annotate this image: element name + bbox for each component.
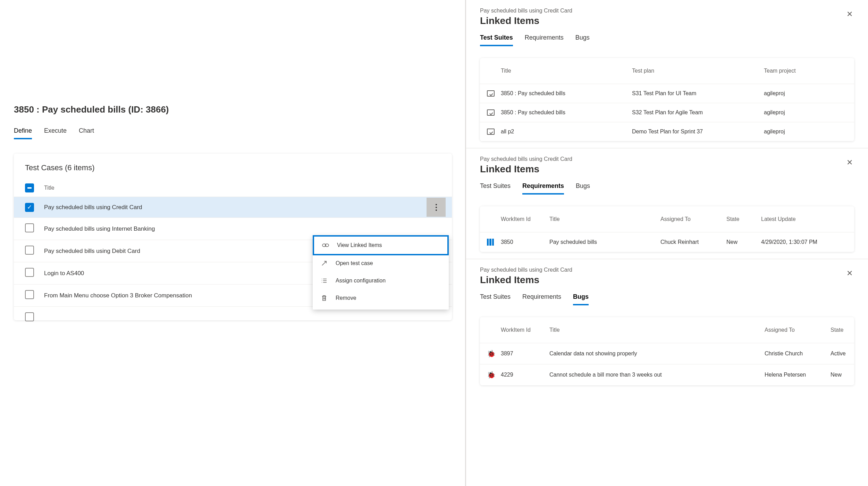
cell-project: agileproj xyxy=(764,90,847,97)
linked-items-panel-requirements: ✕ Pay scheduled bills using Credit Card … xyxy=(466,148,868,259)
row-title: Pay scheduled bills using Credit Card xyxy=(44,204,427,211)
close-icon[interactable]: ✕ xyxy=(846,269,853,278)
table-row[interactable]: ✓ Pay scheduled bills using Credit Card xyxy=(14,197,452,217)
panel-subtitle: Pay scheduled bills using Credit Card xyxy=(480,156,854,162)
panel-tab-test-suites[interactable]: Test Suites xyxy=(480,182,511,195)
close-icon[interactable]: ✕ xyxy=(846,158,853,167)
panel-title: Linked Items xyxy=(480,164,854,175)
cell-assigned: Helena Petersen xyxy=(765,372,831,378)
link-icon xyxy=(322,243,329,248)
menu-open-test-case[interactable]: Open test case xyxy=(313,255,449,272)
linked-items-panel-bugs: ✕ Pay scheduled bills using Credit Card … xyxy=(466,259,868,392)
cell-title: Pay scheduled bills xyxy=(549,239,660,245)
menu-label: Assign configuration xyxy=(336,278,386,284)
panel-title: Linked Items xyxy=(480,274,854,286)
cell-state: New xyxy=(831,372,854,378)
requirement-icon xyxy=(487,239,501,246)
page-title: 3850 : Pay scheduled bills (ID: 3866) xyxy=(14,104,451,115)
cell-id: 3850 xyxy=(501,239,549,245)
row-more-button[interactable] xyxy=(427,198,446,217)
test-cases-title: Test Cases (6 items) xyxy=(14,163,452,179)
panel-tab-test-suites[interactable]: Test Suites xyxy=(480,293,511,305)
list-icon xyxy=(320,278,328,283)
bug-icon: 🐞 xyxy=(487,349,501,358)
row-checkbox[interactable] xyxy=(25,268,34,277)
row-checkbox[interactable] xyxy=(25,246,34,255)
panel-tab-test-suites[interactable]: Test Suites xyxy=(480,34,513,46)
menu-label: Open test case xyxy=(336,260,373,266)
cell-updated: 4/29/2020, 1:30:07 PM xyxy=(761,239,848,245)
cell-id: 4229 xyxy=(501,372,549,378)
cell-title: Calendar data not showing properly xyxy=(549,351,765,357)
panel-tab-bugs[interactable]: Bugs xyxy=(573,293,589,305)
list-header: Title xyxy=(14,179,452,197)
open-icon xyxy=(320,260,328,266)
suite-icon xyxy=(487,109,501,116)
bug-icon: 🐞 xyxy=(487,371,501,379)
col-workitem-id[interactable]: WorkItem Id xyxy=(501,327,549,333)
menu-label: Remove xyxy=(336,295,356,301)
col-assigned-to[interactable]: Assigned To xyxy=(765,327,831,333)
table-row[interactable]: 3850 Pay scheduled bills Chuck Reinhart … xyxy=(480,232,854,252)
col-state[interactable]: State xyxy=(726,216,761,222)
col-state[interactable]: State xyxy=(831,327,854,333)
row-checkbox[interactable] xyxy=(25,290,34,299)
cell-title: all p2 xyxy=(501,129,632,135)
cell-title: 3850 : Pay scheduled bills xyxy=(501,90,632,97)
left-tabs: Define Execute Chart xyxy=(14,127,451,140)
cell-title: Cannot schedule a bill more than 3 weeks… xyxy=(549,372,765,378)
table-row[interactable]: 3850 : Pay scheduled bills S31 Test Plan… xyxy=(480,84,854,103)
select-all-checkbox[interactable] xyxy=(25,183,34,192)
panel-tab-bugs[interactable]: Bugs xyxy=(576,182,590,195)
title-column-header[interactable]: Title xyxy=(44,185,54,191)
col-title[interactable]: Title xyxy=(549,216,660,222)
tab-define[interactable]: Define xyxy=(14,127,32,139)
row-checkbox[interactable] xyxy=(25,312,34,321)
more-icon xyxy=(436,204,437,211)
table-row[interactable]: 🐞 3897 Calendar data not showing properl… xyxy=(480,343,854,364)
cell-assigned: Chuck Reinhart xyxy=(660,239,726,245)
menu-label: View Linked Items xyxy=(337,242,382,248)
col-title[interactable]: Title xyxy=(501,68,632,74)
menu-remove[interactable]: Remove xyxy=(313,289,449,307)
col-workitem-id[interactable]: WorkItem Id xyxy=(501,216,549,222)
close-icon[interactable]: ✕ xyxy=(846,10,853,19)
panel-subtitle: Pay scheduled bills using Credit Card xyxy=(480,267,854,273)
table-row[interactable]: 3850 : Pay scheduled bills S32 Test Plan… xyxy=(480,103,854,122)
cell-plan: S31 Test Plan for UI Team xyxy=(632,90,764,97)
context-menu: View Linked Items Open test case Assign … xyxy=(313,236,449,310)
linked-items-panel-suites: ✕ Pay scheduled bills using Credit Card … xyxy=(466,0,868,148)
tab-execute[interactable]: Execute xyxy=(44,127,67,139)
cell-plan: Demo Test Plan for Sprint 37 xyxy=(632,129,764,135)
suite-icon xyxy=(487,129,501,135)
panel-tab-requirements[interactable]: Requirements xyxy=(525,34,564,46)
col-test-plan[interactable]: Test plan xyxy=(632,68,764,74)
trash-icon xyxy=(320,295,328,301)
menu-view-linked-items[interactable]: View Linked Items xyxy=(313,235,449,255)
row-checkbox[interactable] xyxy=(25,223,34,232)
cell-project: agileproj xyxy=(764,109,847,116)
row-checkbox[interactable]: ✓ xyxy=(25,203,34,212)
row-title: Pay scheduled bills using Internet Banki… xyxy=(44,225,441,232)
panel-subtitle: Pay scheduled bills using Credit Card xyxy=(480,8,854,14)
panel-tab-bugs[interactable]: Bugs xyxy=(575,34,590,46)
table-row[interactable]: 🐞 4229 Cannot schedule a bill more than … xyxy=(480,364,854,385)
cell-id: 3897 xyxy=(501,351,549,357)
panel-tab-requirements[interactable]: Requirements xyxy=(522,182,564,195)
col-title[interactable]: Title xyxy=(549,327,765,333)
cell-state: New xyxy=(726,239,761,245)
col-latest-update[interactable]: Latest Update xyxy=(761,216,848,222)
col-assigned-to[interactable]: Assigned To xyxy=(660,216,726,222)
suite-icon xyxy=(487,90,501,97)
tab-chart[interactable]: Chart xyxy=(79,127,94,139)
cell-state: Active xyxy=(831,351,854,357)
panel-title: Linked Items xyxy=(480,15,854,26)
table-row[interactable]: all p2 Demo Test Plan for Sprint 37 agil… xyxy=(480,122,854,141)
cell-title: 3850 : Pay scheduled bills xyxy=(501,109,632,116)
cell-plan: S32 Test Plan for Agile Team xyxy=(632,109,764,116)
panel-tab-requirements[interactable]: Requirements xyxy=(522,293,561,305)
cell-assigned: Christie Church xyxy=(765,351,831,357)
col-team-project[interactable]: Team project xyxy=(764,68,847,74)
menu-assign-configuration[interactable]: Assign configuration xyxy=(313,272,449,289)
cell-project: agileproj xyxy=(764,129,847,135)
